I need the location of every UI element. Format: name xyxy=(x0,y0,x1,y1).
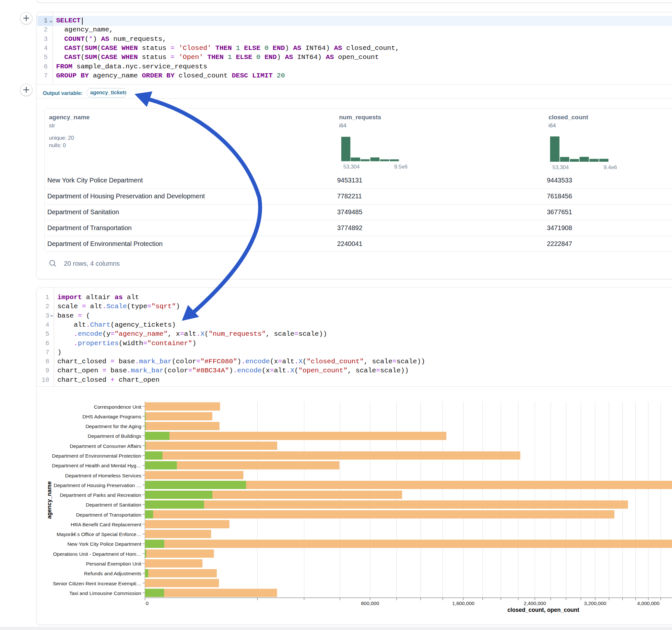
svg-text:Department of Homeless Service: Department of Homeless Services xyxy=(65,473,141,478)
svg-text:agency_name: agency_name xyxy=(46,481,52,519)
svg-text:Taxi and Limousine Commission: Taxi and Limousine Commission xyxy=(69,590,141,596)
svg-text:Department of Sanitation: Department of Sanitation xyxy=(86,502,141,508)
svg-text:Department of Parks and Recrea: Department of Parks and Recreation xyxy=(59,492,141,498)
svg-text:2,400,000: 2,400,000 xyxy=(524,601,546,606)
svg-text:Department of Health and Menta: Department of Health and Mental Hyg… xyxy=(52,463,141,468)
svg-text:3,200,000: 3,200,000 xyxy=(584,601,606,606)
svg-text:HRA Benefit Card Replacement: HRA Benefit Card Replacement xyxy=(71,522,142,527)
svg-text:closed_count, open_count: closed_count, open_count xyxy=(507,607,579,613)
svg-text:Department of Housing Preserva: Department of Housing Preservation … xyxy=(53,483,141,488)
svg-text:Department of Buildings: Department of Buildings xyxy=(88,433,142,439)
svg-text:Department of Transportation: Department of Transportation xyxy=(76,512,141,517)
svg-text:4,000,000: 4,000,000 xyxy=(637,601,659,606)
svg-text:Personal Exemption Unit: Personal Exemption Unit xyxy=(86,561,141,566)
svg-text:DHS Advantage Programs: DHS Advantage Programs xyxy=(82,414,141,419)
svg-text:Mayorâ€ s Office of Special En: Mayorâ€ s Office of Special Enforce… xyxy=(57,532,141,537)
svg-text:Refunds and Adjustments: Refunds and Adjustments xyxy=(84,571,141,576)
svg-text:New York City Police Departmen: New York City Police Department xyxy=(67,541,142,547)
svg-text:Department of Consumer Affairs: Department of Consumer Affairs xyxy=(70,443,141,449)
svg-text:Department for the Aging: Department for the Aging xyxy=(86,423,141,429)
svg-text:Operations Unit - Department o: Operations Unit - Department of Hom… xyxy=(53,551,141,557)
svg-text:Department of Environmental Pr: Department of Environmental Protection xyxy=(52,453,141,459)
svg-text:0: 0 xyxy=(146,601,149,606)
svg-text:Senior Citizen Rent Increase E: Senior Citizen Rent Increase Exempti… xyxy=(53,581,141,586)
svg-text:800,000: 800,000 xyxy=(361,601,379,606)
svg-text:Correspondence Unit: Correspondence Unit xyxy=(94,404,142,410)
svg-text:1,600,000: 1,600,000 xyxy=(452,601,475,606)
